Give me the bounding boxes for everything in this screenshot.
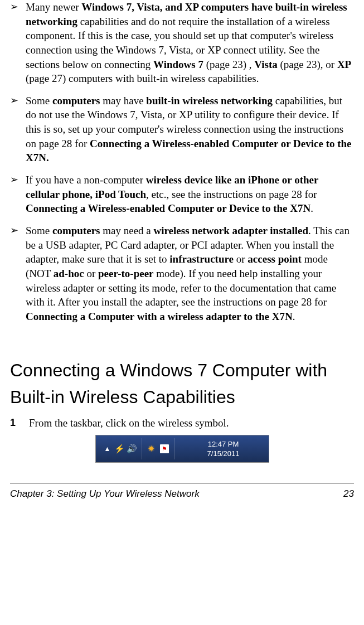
chapter-label: Chapter 3: Setting Up Your Wireless Netw… — [10, 488, 200, 501]
bold-text: XP — [337, 59, 351, 70]
text: . — [310, 202, 313, 214]
page-number: 23 — [343, 488, 354, 501]
page-footer: Chapter 3: Setting Up Your Wireless Netw… — [10, 483, 354, 501]
text: may have — [100, 95, 147, 106]
bold-text: Connecting a Computer with a wireless ad… — [26, 311, 293, 322]
divider — [174, 438, 175, 459]
text: (page 23), or — [278, 59, 337, 70]
text: , etc., see the instructions on page 28 … — [146, 188, 317, 200]
system-clock: 12:47 PM 7/15/2011 — [178, 439, 269, 459]
bold-text: ad-hoc — [54, 268, 84, 279]
divider — [142, 438, 142, 459]
wireless-icon: ✷ — [145, 443, 158, 454]
bold-text: computers — [52, 225, 100, 236]
bold-text: Vista — [254, 59, 278, 70]
bullet-item: Some computers may have built-in wireles… — [10, 94, 354, 165]
text: (page 27) computers with built-in wirele… — [26, 72, 259, 84]
taskbar-screenshot: ▲ ⚡ 🔊 ✷ ⚑ 12:47 PM 7/15/2011 — [10, 435, 354, 463]
clock-time: 12:47 PM — [178, 439, 269, 449]
text: Many newer — [26, 1, 81, 13]
step-text: From the taskbar, click on the wireless … — [29, 416, 229, 430]
power-icon: ⚡ — [114, 443, 126, 454]
bullet-item: If you have a non-computer wireless devi… — [10, 173, 354, 216]
text: Some — [26, 95, 52, 106]
bold-text: built-in wireless networking — [146, 95, 273, 106]
show-hidden-icons-icon: ▲ — [101, 444, 114, 453]
bold-text: wireless network adapter installed — [154, 225, 308, 236]
text: may need a — [100, 225, 154, 236]
volume-icon: 🔊 — [126, 443, 138, 454]
text: If you have a non-computer — [26, 174, 146, 186]
bullet-item: Many newer Windows 7, Vista, and XP comp… — [10, 0, 354, 86]
bold-text: Windows 7 — [153, 59, 203, 70]
step-row: 1 From the taskbar, click on the wireles… — [10, 416, 354, 430]
bold-text: access point — [247, 253, 302, 265]
text: (page 23) , — [203, 59, 254, 70]
text: . — [293, 311, 295, 322]
bold-text: Connecting a Wireless-enabled Computer o… — [26, 202, 310, 214]
text: or — [234, 253, 247, 265]
section-heading: Connecting a Windows 7 Computer with Bui… — [10, 357, 354, 410]
step-number: 1 — [10, 416, 18, 430]
bold-text: infrastructure — [169, 253, 234, 265]
text: Some — [26, 225, 52, 236]
bullet-list: Many newer Windows 7, Vista, and XP comp… — [10, 0, 354, 323]
bold-text: peer-to-peer — [98, 268, 154, 279]
clock-date: 7/15/2011 — [178, 449, 269, 459]
bullet-item: Some computers may need a wireless netwo… — [10, 224, 354, 323]
taskbar: ▲ ⚡ 🔊 ✷ ⚑ 12:47 PM 7/15/2011 — [95, 435, 269, 463]
bold-text: computers — [52, 95, 100, 106]
text: or — [84, 268, 98, 279]
action-center-icon: ⚑ — [160, 444, 169, 453]
